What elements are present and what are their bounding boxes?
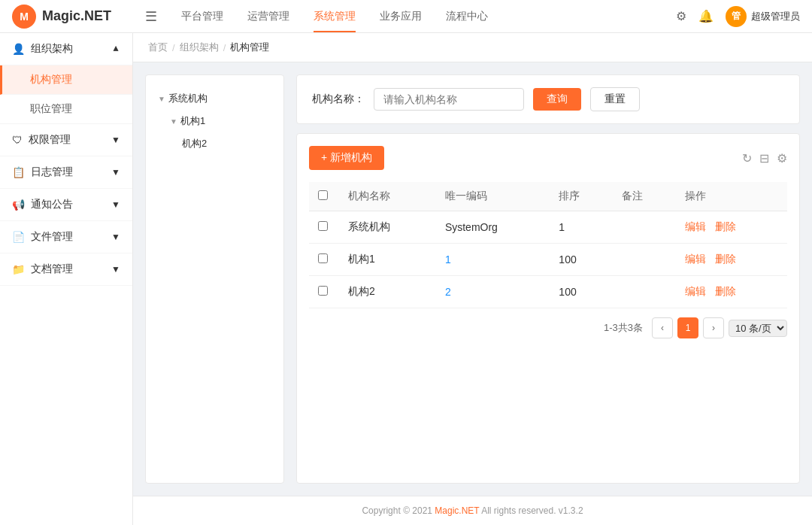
sidebar-group-file[interactable]: 📄 文件管理 ▼ [0,221,132,253]
row-order: 100 [550,276,613,308]
columns-icon[interactable]: ⊟ [759,151,769,165]
per-page-select[interactable]: 10 条/页 20 条/页 50 条/页 [729,320,787,337]
delete-button-2[interactable]: 删除 [715,285,736,297]
row-code-link[interactable]: 1 [445,253,451,266]
notice-icon: 📢 [12,199,25,211]
prev-page-btn[interactable]: ‹ [652,317,673,338]
footer: Copyright © 2021 Magic.NET All rights re… [133,496,812,525]
org-icon: 👤 [12,43,25,55]
avatar: 管 [726,6,747,27]
content-panel: 机构名称： 查询 重置 + 新增机构 ↻ ⊟ ⚙ [296,74,800,484]
sidebar-group-org[interactable]: 👤 组织架构 ▼ [0,33,132,65]
nav-toggle-icon[interactable]: ☰ [145,8,157,25]
sidebar-item-org-mgmt[interactable]: 机构管理 [0,65,132,95]
row-name: 机构2 [339,276,436,308]
edit-button-2[interactable]: 编辑 [685,285,706,297]
table-toolbar: + 新增机构 ↻ ⊟ ⚙ [309,146,787,170]
sidebar-group-log[interactable]: 📋 日志管理 ▼ [0,156,132,189]
tree-node-org2[interactable]: 机构2 [158,132,271,155]
add-org-button[interactable]: + 新增机构 [309,146,384,170]
edit-button-0[interactable]: 编辑 [685,220,706,232]
file-chevron: ▼ [111,232,120,242]
header-remark: 备注 [613,182,676,211]
footer-text: Copyright © 2021 [362,505,435,516]
nav-item-workflow[interactable]: 流程中心 [434,0,500,32]
select-all-checkbox[interactable] [318,190,328,200]
row-code: 2 [436,276,550,308]
doc-icon: 📁 [12,263,25,275]
row-checkbox-0[interactable] [318,221,328,231]
admin-info[interactable]: 管 超级管理员 [726,6,800,27]
row-checkbox-1[interactable] [318,253,328,263]
breadcrumb-current: 机构管理 [230,41,269,54]
search-label: 机构名称： [312,93,365,106]
row-order: 1 [550,211,613,244]
header-order: 排序 [550,182,613,211]
header-right: ⚙ 🔔 管 超级管理员 [676,6,800,27]
row-checkbox-cell [309,276,339,308]
breadcrumb-home[interactable]: 首页 [148,41,168,54]
delete-button-1[interactable]: 删除 [715,253,736,265]
table-body: 系统机构 SystemOrg 1 编辑 删除 机构1 1 100 编辑 删除 [309,211,787,308]
breadcrumb-org[interactable]: 组织架构 [180,41,219,54]
tree-node-org1[interactable]: ▼ 机构1 [158,110,271,132]
tree-node-label: 系统机构 [168,92,208,105]
log-label: 日志管理 [31,165,73,179]
page-info: 1-3共3条 [604,321,643,335]
sidebar-item-position-mgmt[interactable]: 职位管理 [0,95,132,124]
sidebar-group-notice[interactable]: 📢 通知公告 ▼ [0,189,132,221]
breadcrumb-sep-2: / [223,42,226,53]
row-name: 机构1 [339,244,436,276]
current-page-btn[interactable]: 1 [677,317,698,338]
permission-icon: 🛡 [12,134,23,146]
nav-item-platform[interactable]: 平台管理 [169,0,235,32]
header-checkbox-cell [309,182,339,211]
log-chevron: ▼ [111,167,120,178]
pagination: 1-3共3条 ‹ 1 › 10 条/页 20 条/页 50 条/页 [309,308,787,338]
delete-button-0[interactable]: 删除 [715,220,736,232]
breadcrumb: 首页 / 组织架构 / 机构管理 [133,33,812,62]
row-action: 编辑 删除 [676,244,787,276]
reset-button[interactable]: 重置 [590,87,640,111]
nav-item-operations[interactable]: 运营管理 [235,0,301,32]
org-table: 机构名称 唯一编码 排序 备注 操作 系统机构 SystemOr [309,182,787,308]
sidebar-group-doc[interactable]: 📁 文档管理 ▼ [0,253,132,286]
table-panel: + 新增机构 ↻ ⊟ ⚙ [296,133,800,484]
main-content: 首页 / 组织架构 / 机构管理 ▼ 系统机构 ▼ 机构1 机构2 [133,33,812,525]
nav-item-system[interactable]: 系统管理 [301,0,368,32]
logo-icon: M [12,5,36,29]
bell-icon[interactable]: 🔔 [698,9,714,23]
row-action: 编辑 删除 [676,276,787,308]
search-input[interactable] [374,88,524,111]
nav-item-business[interactable]: 业务应用 [368,0,434,32]
row-checkbox-2[interactable] [318,286,328,296]
doc-label: 文档管理 [31,262,73,276]
tree-node-system-org[interactable]: ▼ 系统机构 [158,87,271,110]
page-body: ▼ 系统机构 ▼ 机构1 机构2 机构名称： 查询 重置 [133,62,812,496]
sidebar: 👤 组织架构 ▼ 机构管理 职位管理 🛡 权限管理 ▼ 📋 日志管理 ▼ [0,33,133,525]
tree-node-label-1: 机构1 [180,114,205,128]
settings-icon[interactable]: ⚙ [676,9,686,23]
table-header-row: 机构名称 唯一编码 排序 备注 操作 [309,182,787,211]
footer-brand: Magic.NET [435,505,479,516]
edit-button-1[interactable]: 编辑 [685,253,706,265]
refresh-icon[interactable]: ↻ [742,151,752,165]
table-row: 机构1 1 100 编辑 删除 [309,244,787,276]
row-code: 1 [436,244,550,276]
header-action: 操作 [676,182,787,211]
row-code-link[interactable]: 2 [445,286,451,298]
footer-suffix: All rights reserved. v1.3.2 [479,505,583,516]
row-action: 编辑 删除 [676,211,787,244]
next-page-btn[interactable]: › [703,317,724,338]
org-chevron: ▼ [111,44,120,54]
row-code: SystemOrg [436,211,550,244]
tree-collapse-icon: ▼ [158,95,165,103]
sidebar-group-permission[interactable]: 🛡 权限管理 ▼ [0,124,132,156]
header: M Magic.NET ☰ 平台管理 运营管理 系统管理 业务应用 流程中心 ⚙… [0,0,812,33]
row-remark [613,244,676,276]
layout: 👤 组织架构 ▼ 机构管理 职位管理 🛡 权限管理 ▼ 📋 日志管理 ▼ [0,33,812,525]
notice-label: 通知公告 [31,198,73,211]
settings-table-icon[interactable]: ⚙ [777,151,787,165]
log-icon: 📋 [12,166,25,178]
query-button[interactable]: 查询 [533,88,581,111]
